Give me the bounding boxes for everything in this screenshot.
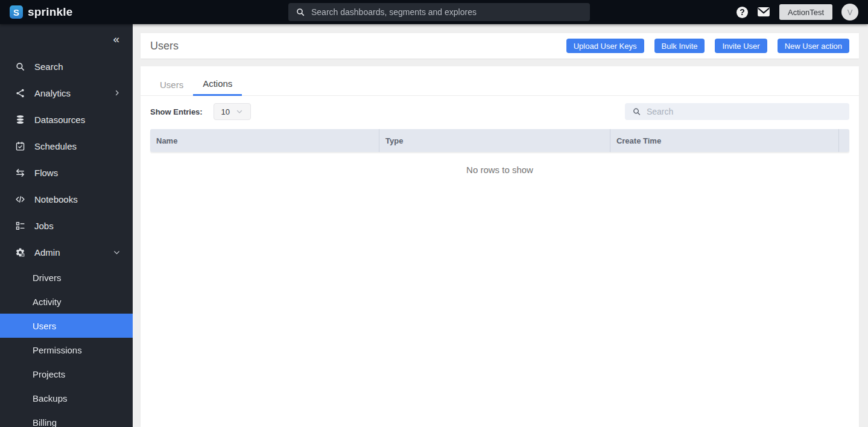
sidebar-subitem-activity[interactable]: Activity — [0, 289, 133, 314]
sidebar-subitem-projects[interactable]: Projects — [0, 362, 133, 386]
entries-count-value: 10 — [221, 107, 229, 116]
main-content: Users Upload User Keys Bulk Invite Invit… — [133, 24, 868, 427]
column-header-type[interactable]: Type — [379, 129, 610, 152]
sidebar-item-label: Admin — [34, 247, 60, 258]
chevron-down-icon — [113, 248, 121, 256]
chevron-right-icon — [113, 89, 121, 96]
sidebar-item-label: Notebooks — [34, 194, 78, 204]
show-entries-label: Show Entries: — [150, 107, 203, 116]
sidebar-item-label: Datasources — [34, 115, 85, 125]
tab-actions[interactable]: Actions — [193, 75, 242, 96]
show-entries-group: Show Entries: 10 — [150, 103, 251, 120]
sidebar-item-analytics[interactable]: Analytics — [0, 80, 133, 106]
column-header-create-time[interactable]: Create Time — [610, 129, 838, 152]
table-header-row: Name Type Create Time — [150, 129, 849, 152]
sidebar-item-search[interactable]: Search — [0, 53, 133, 80]
sidebar-item-jobs[interactable]: Jobs — [0, 212, 133, 239]
admin-gear-icon — [14, 247, 25, 258]
sidebar: « Search Analytics Datasources Schedules… — [0, 24, 133, 427]
collapse-sidebar-icon[interactable]: « — [113, 33, 119, 45]
chevron-down-icon — [236, 108, 243, 115]
sidebar-item-datasources[interactable]: Datasources — [0, 106, 133, 133]
user-avatar[interactable]: V — [841, 4, 858, 21]
global-search[interactable] — [288, 3, 590, 21]
header-actions: Upload User Keys Bulk Invite Invite User… — [566, 39, 849, 53]
entries-count-select[interactable]: 10 — [214, 103, 251, 120]
sidebar-item-notebooks[interactable]: Notebooks — [0, 186, 133, 212]
sidebar-item-admin[interactable]: Admin — [0, 239, 133, 265]
column-header-name[interactable]: Name — [150, 129, 379, 152]
sidebar-subitem-backups[interactable]: Backups — [0, 386, 133, 410]
column-header-spacer — [838, 129, 849, 152]
code-icon — [14, 194, 25, 204]
search-icon — [14, 61, 25, 72]
database-icon — [14, 114, 25, 125]
sidebar-item-label: Search — [34, 62, 63, 72]
global-search-input[interactable] — [311, 7, 583, 17]
sidebar-subitem-permissions[interactable]: Permissions — [0, 338, 133, 362]
new-user-action-button[interactable]: New User action — [778, 39, 849, 53]
sprinkle-logo-icon: S — [10, 5, 23, 19]
sidebar-collapse-row: « — [0, 24, 133, 53]
tab-users[interactable]: Users — [150, 76, 193, 95]
share-icon — [14, 87, 25, 98]
topbar: S sprinkle ? ActionTest V — [0, 0, 868, 24]
app-logo[interactable]: S sprinkle — [10, 5, 72, 19]
sidebar-item-flows[interactable]: Flows — [0, 159, 133, 186]
empty-table-message: No rows to show — [141, 165, 859, 175]
tab-bar: Users Actions — [141, 66, 859, 96]
table-search[interactable] — [625, 103, 849, 120]
logo-text: sprinkle — [28, 5, 72, 19]
calendar-check-icon — [14, 141, 25, 151]
topbar-right: ? ActionTest V — [737, 4, 858, 21]
table-search-input[interactable] — [647, 107, 842, 116]
task-list-icon — [14, 220, 25, 231]
sidebar-subitem-users[interactable]: Users — [0, 314, 133, 338]
invite-user-button[interactable]: Invite User — [715, 39, 767, 53]
search-icon — [632, 107, 641, 116]
page-title: Users — [150, 40, 179, 52]
table-controls: Show Entries: 10 — [141, 96, 859, 126]
help-icon[interactable]: ? — [737, 7, 748, 18]
upload-user-keys-button[interactable]: Upload User Keys — [566, 39, 644, 53]
sidebar-item-schedules[interactable]: Schedules — [0, 133, 133, 159]
content-card: Users Actions Show Entries: 10 Name Type — [141, 66, 859, 427]
bulk-invite-button[interactable]: Bulk Invite — [654, 39, 705, 53]
sidebar-item-label: Analytics — [34, 88, 71, 98]
sidebar-subitem-drivers[interactable]: Drivers — [0, 265, 133, 289]
search-icon — [296, 7, 305, 17]
page-header: Users Upload User Keys Bulk Invite Invit… — [141, 33, 859, 59]
sidebar-item-label: Schedules — [34, 141, 77, 151]
swap-arrows-icon — [14, 167, 25, 178]
sidebar-item-label: Jobs — [34, 221, 54, 231]
mail-icon[interactable] — [757, 7, 770, 17]
sidebar-item-label: Flows — [34, 168, 58, 178]
account-button[interactable]: ActionTest — [779, 4, 832, 20]
sidebar-subitem-billing[interactable]: Billing — [0, 410, 133, 427]
